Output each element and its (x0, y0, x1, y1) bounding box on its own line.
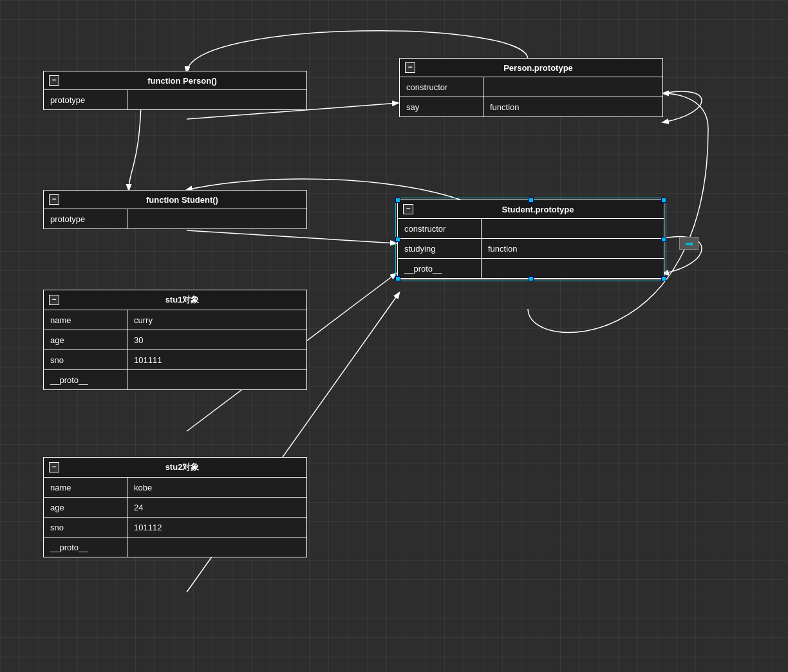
function-person-box[interactable]: − function Person() prototype (43, 71, 307, 110)
function-student-row-0: prototype (44, 209, 306, 229)
stu1-name-value: curry (127, 310, 306, 330)
handle-ml[interactable] (395, 237, 400, 242)
function-student-prototype-label: prototype (44, 209, 127, 229)
function-student-header: − function Student() (44, 191, 306, 209)
student-prototype-header: − Student.prototype (398, 200, 664, 219)
stu2-age-row: age 24 (44, 498, 306, 518)
stu1-title: stu1对象 (63, 294, 301, 306)
stu2-header: − stu2对象 (44, 458, 306, 478)
stu1-sno-row: sno 101111 (44, 350, 306, 370)
person-prototype-constructor-row: constructor (400, 77, 662, 97)
student-prototype-studying-row: studying function (398, 239, 664, 259)
function-person-row-0: prototype (44, 90, 306, 109)
stu2-name-label: name (44, 478, 127, 497)
stu2-box[interactable]: − stu2对象 name kobe age 24 sno 101112 __p… (43, 457, 307, 557)
function-person-prototype-label: prototype (44, 90, 127, 109)
handle-tr[interactable] (661, 198, 666, 203)
stu1-header: − stu1对象 (44, 290, 306, 310)
stu1-proto-value (127, 370, 306, 389)
function-student-collapse[interactable]: − (49, 194, 59, 205)
person-prototype-collapse[interactable]: − (405, 62, 415, 73)
handle-tl[interactable] (395, 198, 400, 203)
stu1-name-label: name (44, 310, 127, 330)
stu1-box[interactable]: − stu1对象 name curry age 30 sno 101111 __… (43, 290, 307, 390)
person-prototype-say-label: say (400, 97, 483, 117)
handle-br[interactable] (661, 276, 666, 281)
handle-bm[interactable] (529, 276, 534, 281)
diagram-container: − function Person() prototype − Person.p… (0, 0, 788, 672)
stu2-proto-row: __proto__ (44, 537, 306, 557)
function-person-title: function Person() (63, 76, 301, 86)
function-student-prototype-value (127, 209, 306, 229)
stu2-sno-value: 101112 (127, 518, 306, 537)
stu2-name-row: name kobe (44, 478, 306, 498)
stu1-age-row: age 30 (44, 330, 306, 350)
function-person-collapse[interactable]: − (49, 75, 59, 86)
student-prototype-constructor-label: constructor (398, 219, 482, 238)
stu1-collapse[interactable]: − (49, 295, 59, 305)
stu1-age-value: 30 (127, 330, 306, 350)
person-prototype-say-row: say function (400, 97, 662, 117)
person-prototype-title: Person.prototype (419, 63, 657, 73)
stu2-proto-value (127, 537, 306, 557)
student-prototype-studying-value: function (482, 239, 664, 258)
stu2-age-value: 24 (127, 498, 306, 517)
person-prototype-box[interactable]: − Person.prototype constructor say funct… (399, 58, 663, 117)
person-prototype-say-value: function (483, 97, 662, 117)
handle-tm[interactable] (529, 198, 534, 203)
stu2-name-value: kobe (127, 478, 306, 497)
student-prototype-collapse[interactable]: − (403, 204, 413, 214)
svg-line-1 (187, 230, 396, 243)
arrow-direction-indicator[interactable]: ➡ (679, 237, 699, 250)
stu1-name-row: name curry (44, 310, 306, 330)
stu2-age-label: age (44, 498, 127, 517)
stu2-title: stu2对象 (63, 462, 301, 473)
stu2-sno-label: sno (44, 518, 127, 537)
student-prototype-constructor-value (482, 219, 664, 238)
stu1-proto-label: __proto__ (44, 370, 127, 389)
function-student-title: function Student() (63, 195, 301, 205)
handle-mr[interactable] (661, 237, 666, 242)
stu1-proto-row: __proto__ (44, 370, 306, 389)
person-prototype-constructor-value (483, 77, 662, 97)
student-prototype-title: Student.prototype (417, 205, 659, 214)
function-person-prototype-value (127, 90, 306, 109)
stu1-sno-label: sno (44, 350, 127, 369)
student-prototype-constructor-row: constructor (398, 219, 664, 239)
person-prototype-header: − Person.prototype (400, 59, 662, 77)
stu2-proto-label: __proto__ (44, 537, 127, 557)
student-prototype-studying-label: studying (398, 239, 482, 258)
stu2-collapse[interactable]: − (49, 462, 59, 472)
function-student-box[interactable]: − function Student() prototype (43, 190, 307, 229)
stu1-sno-value: 101111 (127, 350, 306, 369)
student-prototype-proto-label: __proto__ (398, 259, 482, 278)
stu2-sno-row: sno 101112 (44, 518, 306, 537)
function-person-header: − function Person() (44, 71, 306, 90)
student-prototype-proto-value (482, 259, 664, 278)
handle-bl[interactable] (395, 276, 400, 281)
student-prototype-box[interactable]: − Student.prototype constructor studying… (397, 200, 664, 279)
stu1-age-label: age (44, 330, 127, 350)
person-prototype-constructor-label: constructor (400, 77, 483, 97)
